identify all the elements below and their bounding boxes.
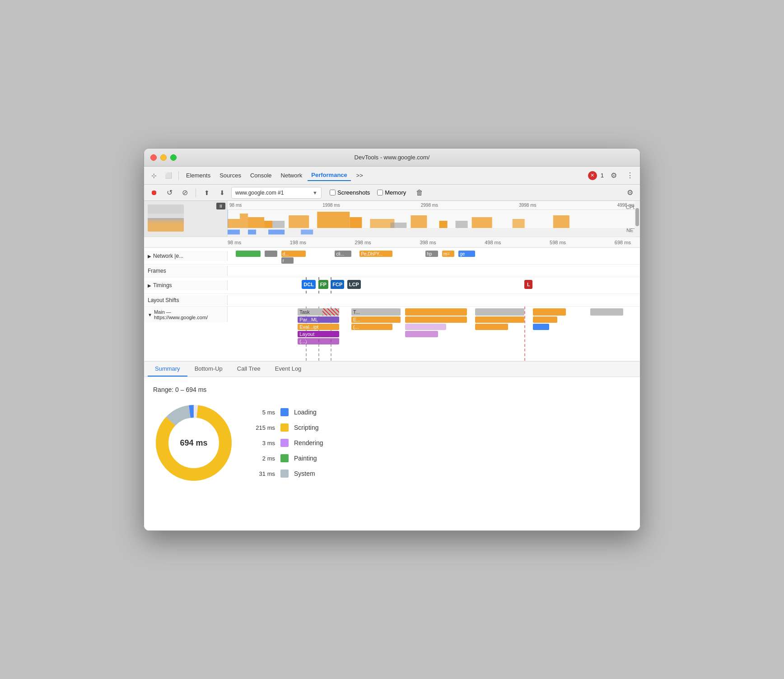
tab-summary[interactable]: Summary xyxy=(148,362,187,377)
task-block-mid1[interactable] xyxy=(405,308,467,316)
task-block-r1[interactable] xyxy=(475,308,525,316)
tab-elements[interactable]: Elements xyxy=(182,170,214,181)
task-block-sub[interactable]: (...) xyxy=(298,338,339,344)
timing-fcp[interactable]: FCP xyxy=(331,280,344,289)
scrollbar-thumb[interactable] xyxy=(635,208,639,226)
tab-bottom-up[interactable]: Bottom-Up xyxy=(187,362,230,377)
task-block-parml[interactable]: Par...ML xyxy=(298,316,339,323)
overview-bar[interactable]: ⏸ 98 ms 1998 ms 2998 ms 3998 ms 4998 ms xyxy=(144,201,640,237)
network-track-content: d... cli... Pe,DhPY... hp m= ge r xyxy=(228,248,640,264)
svg-rect-3 xyxy=(264,221,272,228)
timing-dcl[interactable]: DCL xyxy=(302,280,316,289)
task-block-mid2[interactable] xyxy=(405,316,467,323)
dropdown-arrow-icon[interactable]: ▼ xyxy=(313,190,317,195)
task-block-r3[interactable] xyxy=(475,324,508,330)
url-display: www.google.com #1 ▼ xyxy=(231,187,322,199)
screenshots-checkbox-group[interactable]: Screenshots xyxy=(330,189,370,196)
timing-fp[interactable]: FP xyxy=(318,280,328,289)
scripting-swatch xyxy=(280,423,289,432)
task-block-paren[interactable]: (... xyxy=(351,324,392,330)
net-block-1[interactable] xyxy=(236,251,261,257)
maximize-button[interactable] xyxy=(170,154,177,161)
net-block-r[interactable]: r xyxy=(281,257,294,264)
summary-panel: Range: 0 – 694 ms 694 ms xyxy=(144,377,640,530)
loading-swatch xyxy=(280,408,289,416)
close-button[interactable] xyxy=(150,154,157,161)
tab-network[interactable]: Network xyxy=(277,170,306,181)
layout-shifts-content xyxy=(228,295,640,305)
task-block-t[interactable]: T... xyxy=(351,308,401,316)
settings-icon[interactable]: ⚙ xyxy=(607,169,620,182)
network-track-label[interactable]: ▶ Network |e... xyxy=(144,251,228,261)
legend-loading: 5 ms Loading xyxy=(252,408,323,416)
network-expand-icon[interactable]: ▶ xyxy=(148,254,151,259)
task-block-mid3[interactable] xyxy=(405,324,446,330)
net-block-d[interactable]: d... xyxy=(281,251,306,257)
painting-swatch xyxy=(280,454,289,462)
svg-rect-4 xyxy=(289,215,309,228)
tab-performance[interactable]: Performance xyxy=(308,170,350,181)
tab-console[interactable]: Console xyxy=(247,170,275,181)
perf-settings-icon[interactable]: ⚙ xyxy=(624,186,636,199)
timing-lcp[interactable]: LCP xyxy=(347,280,361,289)
error-count: 1 xyxy=(601,172,604,179)
network-label-text: Network |e... xyxy=(153,253,183,259)
minimize-button[interactable] xyxy=(160,154,167,161)
svg-rect-8 xyxy=(411,215,427,228)
task-block-eval[interactable]: Eval...ipt xyxy=(298,324,339,330)
task-block-end2[interactable] xyxy=(607,308,624,316)
tab-more[interactable]: >> xyxy=(353,170,367,181)
frames-track-label[interactable]: Frames xyxy=(144,266,228,276)
timings-track-content: DCL FP FCP LCP L xyxy=(228,277,640,293)
task-block-task[interactable]: Task xyxy=(298,308,339,316)
more-options-icon[interactable]: ⋮ xyxy=(624,169,636,182)
svg-rect-2 xyxy=(248,217,264,228)
trash-icon[interactable]: 🗑 xyxy=(413,186,426,199)
net-block-dhpy[interactable]: Pe,DhPY... xyxy=(359,251,392,257)
task-block-r2[interactable] xyxy=(475,316,525,323)
task-block-mid4[interactable] xyxy=(405,331,438,337)
tick-398: 398 ms xyxy=(420,240,436,245)
net-block-hp[interactable]: hp xyxy=(425,251,438,257)
net-block-2[interactable] xyxy=(265,251,277,257)
layout-shifts-label[interactable]: Layout Shifts xyxy=(144,295,228,305)
main-track-label[interactable]: ▼ Main — https://www.google.com/ xyxy=(144,307,228,322)
record-button[interactable]: ⏺ xyxy=(148,186,160,199)
main-track: ▼ Main — https://www.google.com/ Task Pa… xyxy=(144,307,640,361)
main-expand-icon[interactable]: ▼ xyxy=(148,312,152,317)
task-block-fr1[interactable] xyxy=(533,308,566,316)
clear-button[interactable]: ⊘ xyxy=(178,186,191,199)
net-block-cli[interactable]: cli... xyxy=(335,251,351,257)
task-block-fr2[interactable] xyxy=(533,316,558,323)
scripting-value: 215 ms xyxy=(252,424,275,431)
frames-track: Frames xyxy=(144,265,640,277)
task-block-layout[interactable]: Layout xyxy=(298,331,339,337)
window-title: DevTools - www.google.com/ xyxy=(355,154,430,161)
timings-expand-icon[interactable]: ▶ xyxy=(148,283,151,288)
net-block-m[interactable]: m= xyxy=(442,251,454,257)
download-button[interactable]: ⬇ xyxy=(216,186,229,199)
inspector-icon[interactable]: ⊹ xyxy=(148,169,160,182)
task-block-e[interactable]: E... xyxy=(351,316,401,323)
memory-checkbox[interactable] xyxy=(377,190,383,195)
memory-checkbox-group[interactable]: Memory xyxy=(377,189,406,196)
tab-call-tree[interactable]: Call Tree xyxy=(230,362,268,377)
tick-198: 198 ms xyxy=(290,240,306,245)
net-block-ge[interactable]: ge xyxy=(458,251,475,257)
task-block-fr3[interactable] xyxy=(533,324,550,330)
upload-button[interactable]: ⬆ xyxy=(201,186,213,199)
tab-event-log[interactable]: Event Log xyxy=(268,362,309,377)
legend: 5 ms Loading 215 ms Scripting 3 ms Rende… xyxy=(252,408,323,478)
tab-sources[interactable]: Sources xyxy=(216,170,245,181)
device-icon[interactable]: ⬜ xyxy=(162,169,175,182)
scrollbar[interactable] xyxy=(635,201,640,237)
timings-track: ▶ Timings DCL FP FCP LCP L xyxy=(144,277,640,294)
overview-mark-2: 2998 ms xyxy=(421,203,438,208)
tick-498: 498 ms xyxy=(485,240,501,245)
reload-record-button[interactable]: ↺ xyxy=(163,186,176,199)
svg-rect-18 xyxy=(268,230,285,235)
screenshots-checkbox[interactable] xyxy=(330,190,336,195)
timings-track-label[interactable]: ▶ Timings xyxy=(144,280,228,290)
rendering-label: Rendering xyxy=(294,439,323,446)
timing-l[interactable]: L xyxy=(524,280,532,289)
